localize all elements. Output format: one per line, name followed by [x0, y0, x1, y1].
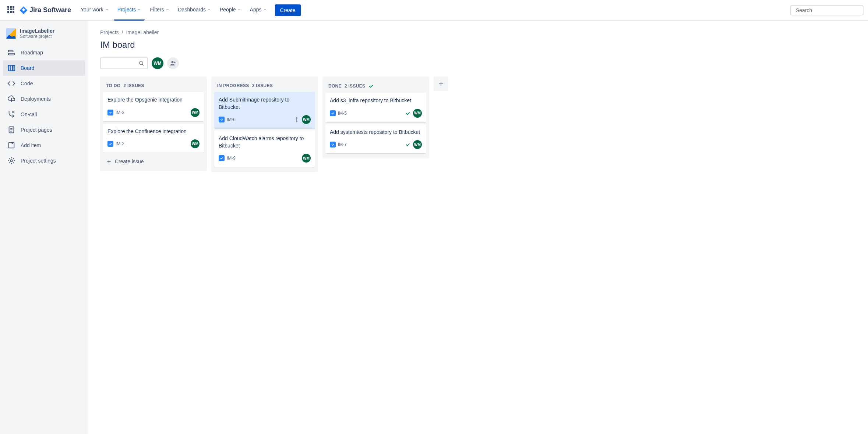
breadcrumb-projects[interactable]: Projects — [100, 29, 119, 35]
sidebar: ImageLabeller Software project RoadmapBo… — [0, 21, 88, 434]
svg-line-19 — [142, 64, 144, 65]
column-header: DONE 2 ISSUES — [325, 79, 426, 93]
priority-icon — [294, 117, 300, 122]
nav-label: Apps — [250, 7, 262, 13]
assignee-avatar[interactable]: WM — [302, 154, 311, 163]
card-title: Add s3_infra repository to Bitbucket — [330, 97, 422, 104]
nav-label: Filters — [150, 7, 164, 13]
issue-key: IM-5 — [338, 111, 347, 116]
sidebar-icon — [7, 49, 15, 57]
svg-point-7 — [12, 112, 13, 113]
sidebar-item-label: Roadmap — [21, 50, 43, 56]
svg-rect-2 — [8, 50, 13, 52]
sidebar-item-label: On-call — [21, 111, 37, 117]
plus-icon — [106, 159, 112, 164]
issue-card[interactable]: Add CloudWatch alarms repository to Bitb… — [214, 131, 315, 167]
card-title: Explore the Confluence integration — [107, 128, 200, 135]
add-person-icon — [170, 60, 176, 67]
page-title: IM board — [100, 40, 856, 50]
sidebar-item-label: Board — [21, 65, 34, 71]
issue-key: IM-2 — [116, 141, 124, 146]
main-content: Projects / ImageLabeller IM board WM TO … — [88, 21, 868, 434]
assignee-avatar[interactable]: WM — [191, 108, 200, 117]
column-done: DONE 2 ISSUESAdd s3_infra repository to … — [322, 77, 429, 159]
search-input[interactable] — [796, 7, 860, 13]
issue-card[interactable]: Explore the Confluence integrationIM-2WM — [103, 124, 204, 153]
sidebar-item-roadmap[interactable]: Roadmap — [3, 45, 85, 60]
filter-avatar-wm[interactable]: WM — [152, 57, 163, 69]
sidebar-icon — [7, 110, 15, 118]
sidebar-item-deployments[interactable]: Deployments — [3, 91, 85, 107]
create-issue-button[interactable]: Create issue — [103, 155, 204, 168]
nav-apps[interactable]: Apps — [246, 0, 271, 21]
nav-label: Your work — [81, 7, 103, 13]
nav-dashboards[interactable]: Dashboards — [174, 0, 215, 21]
board-search[interactable] — [100, 57, 148, 69]
breadcrumb-separator: / — [122, 29, 123, 35]
column-name: DONE — [328, 83, 342, 89]
sidebar-item-project-pages[interactable]: Project pages — [3, 122, 85, 138]
project-name: ImageLabeller — [20, 28, 54, 34]
column-header: TO DO 2 ISSUES — [103, 79, 204, 92]
nav-people[interactable]: People — [216, 0, 245, 21]
issue-key: IM-3 — [116, 110, 124, 115]
breadcrumb-project[interactable]: ImageLabeller — [126, 29, 159, 35]
sidebar-icon — [7, 157, 15, 165]
global-search[interactable] — [790, 5, 864, 15]
sidebar-item-label: Add item — [21, 142, 41, 148]
sidebar-item-add-item[interactable]: Add item — [3, 138, 85, 153]
sidebar-item-board[interactable]: Board — [3, 60, 85, 76]
column-to-do: TO DO 2 ISSUESExplore the Opsgenie integ… — [100, 77, 207, 171]
column-header: IN PROGRESS 2 ISSUES — [214, 79, 315, 92]
nav-label: People — [220, 7, 236, 13]
project-header[interactable]: ImageLabeller Software project — [3, 28, 85, 45]
sidebar-item-label: Project pages — [21, 127, 52, 133]
issue-card[interactable]: Add s3_infra repository to BitbucketIM-5… — [325, 93, 426, 122]
svg-point-9 — [14, 112, 14, 113]
top-nav: Jira Software Your workProjectsFiltersDa… — [0, 0, 868, 21]
issue-card[interactable]: Add SubmitImage repository to BitbucketI… — [214, 92, 315, 128]
column-name: TO DO — [106, 83, 120, 88]
nav-projects[interactable]: Projects — [114, 0, 145, 21]
app-switcher-icon[interactable] — [7, 6, 16, 15]
sidebar-item-label: Project settings — [21, 158, 56, 164]
issue-key: IM-7 — [338, 142, 347, 147]
done-check-icon — [405, 110, 411, 116]
board-controls: WM — [100, 57, 856, 69]
svg-rect-6 — [13, 65, 15, 71]
add-people-button[interactable] — [167, 57, 179, 69]
column-count: 2 ISSUES — [123, 83, 144, 88]
add-column-button[interactable] — [434, 77, 448, 91]
svg-rect-5 — [11, 65, 13, 71]
sidebar-icon — [7, 126, 15, 134]
assignee-avatar[interactable]: WM — [413, 140, 422, 149]
column-name: IN PROGRESS — [217, 83, 249, 88]
nav-filters[interactable]: Filters — [146, 0, 173, 21]
plus-icon — [437, 80, 445, 88]
issue-key: IM-6 — [227, 117, 236, 122]
assignee-avatar[interactable]: WM — [302, 115, 311, 124]
create-issue-label: Create issue — [115, 159, 144, 164]
jira-logo[interactable]: Jira Software — [19, 6, 71, 15]
task-type-icon — [219, 155, 225, 161]
assignee-avatar[interactable]: WM — [413, 109, 422, 118]
svg-point-18 — [140, 61, 143, 65]
assignee-avatar[interactable]: WM — [191, 139, 200, 148]
sidebar-item-label: Code — [21, 81, 33, 86]
done-check-icon — [368, 83, 374, 89]
column-count: 2 ISSUES — [345, 83, 365, 89]
svg-rect-4 — [8, 65, 10, 71]
sidebar-icon — [7, 95, 15, 103]
task-type-icon — [107, 141, 113, 147]
create-button[interactable]: Create — [275, 4, 301, 16]
nav-label: Dashboards — [178, 7, 206, 13]
column-in-progress: IN PROGRESS 2 ISSUESAdd SubmitImage repo… — [211, 77, 318, 172]
issue-card[interactable]: Explore the Opsgenie integrationIM-3WM — [103, 92, 204, 121]
svg-point-17 — [10, 160, 13, 162]
sidebar-item-project-settings[interactable]: Project settings — [3, 153, 85, 168]
nav-your-work[interactable]: Your work — [77, 0, 112, 21]
sidebar-item-label: Deployments — [21, 96, 51, 102]
sidebar-item-on-call[interactable]: On-call — [3, 107, 85, 122]
sidebar-item-code[interactable]: Code — [3, 76, 85, 91]
issue-card[interactable]: Add systemtests repository to BitbucketI… — [325, 124, 426, 154]
